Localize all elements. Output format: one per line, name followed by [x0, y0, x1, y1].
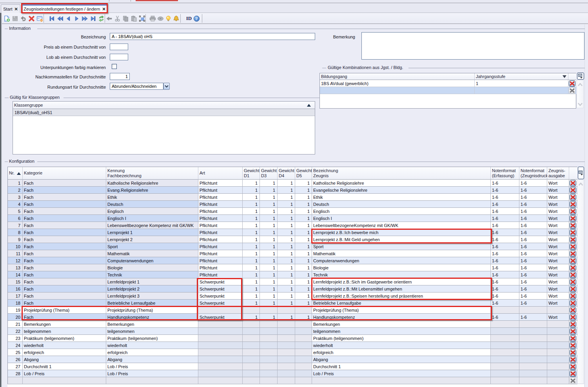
konfiguration-cell-d5[interactable]: 1 — [295, 215, 312, 222]
input-preis-ab[interactable] — [110, 44, 128, 50]
konfiguration-cell-d1[interactable]: 1 — [243, 194, 260, 201]
delete-row-button[interactable] — [570, 363, 576, 370]
konfiguration-cell-art[interactable]: Pflichtunt — [198, 243, 243, 250]
konfiguration-cell-d1[interactable] — [243, 342, 260, 349]
konfiguration-cell-d5[interactable]: 1 — [295, 222, 312, 229]
konfiguration-cell-d4[interactable]: 1 — [278, 194, 295, 201]
konfiguration-cell-bez[interactable]: Praktikum (teilgenommen) — [312, 335, 491, 342]
konfiguration-cell-nfe[interactable]: 1-6 — [491, 187, 519, 194]
konfiguration-cell-nfz[interactable]: 1-6 — [519, 187, 547, 194]
refresh-button[interactable] — [98, 15, 105, 22]
konfiguration-cell-nfz[interactable]: 1-6 — [519, 236, 547, 243]
konfiguration-cell-d1[interactable]: 1 — [243, 264, 260, 271]
konfiguration-cell-kategorie[interactable]: Lob / Preis — [23, 370, 106, 377]
konfiguration-cell-nfe[interactable]: 1-6 — [491, 278, 519, 285]
konfiguration-cell-d5[interactable]: 1 — [295, 285, 312, 293]
konfiguration-header-d4[interactable]: GewichtD4 — [278, 167, 295, 180]
konfiguration-cell-nr[interactable]: 7 — [8, 222, 23, 229]
konfiguration-cell-nfe[interactable]: 1-6 — [491, 314, 519, 321]
konfiguration-cell-kennung[interactable]: Handlungskompetenz — [106, 314, 198, 321]
delete-row-button[interactable] — [570, 349, 576, 356]
new-record-button[interactable] — [3, 15, 10, 22]
konfiguration-cell-out[interactable]: Wort — [547, 194, 569, 201]
konfiguration-cell-art[interactable] — [198, 335, 243, 342]
konfiguration-cell-bez[interactable]: erfolgreich — [312, 349, 491, 356]
konfiguration-cell-out[interactable]: Wort — [547, 180, 569, 187]
konfiguration-cell-out[interactable]: Wort — [547, 293, 569, 300]
konfiguration-cell-kategorie[interactable]: Fach — [23, 271, 106, 278]
konfiguration-cell-d5[interactable]: 1 — [295, 314, 312, 321]
konfiguration-cell-d1[interactable]: 1 — [243, 180, 260, 187]
konfiguration-cell-d4[interactable]: 1 — [278, 250, 295, 257]
konfiguration-cell-kennung[interactable]: Praktikum (teilgenommen) — [106, 335, 198, 342]
konfiguration-cell-d3[interactable]: 1 — [260, 187, 278, 194]
konfiguration-cell-kategorie[interactable]: Fach — [23, 194, 106, 201]
konfiguration-cell-kennung[interactable]: erfolgreich — [106, 349, 198, 356]
konfiguration-cell-out[interactable]: Wort — [547, 208, 569, 215]
konfiguration-cell-kategorie[interactable]: Fach — [23, 243, 106, 250]
konfiguration-cell-d4[interactable]: 1 — [278, 264, 295, 271]
konfiguration-cell-d3[interactable]: 1 — [260, 243, 278, 250]
konfiguration-cell-bez[interactable]: Projektprüfung (Thema) — [312, 307, 491, 314]
kombination-bildungsgang-cell[interactable] — [320, 87, 475, 94]
konfiguration-cell-d1[interactable]: 1 — [243, 215, 260, 222]
konfiguration-cell-d3[interactable]: 1 — [260, 271, 278, 278]
notification-bell-button[interactable] — [172, 15, 180, 22]
konfiguration-cell-d5[interactable]: 1 — [295, 236, 312, 243]
konfiguration-cell-kennung[interactable]: Technik — [106, 271, 198, 278]
konfiguration-cell-bez[interactable]: Mathematik — [312, 250, 491, 257]
konfiguration-cell-art[interactable] — [198, 342, 243, 349]
konfiguration-cell-d4[interactable]: 1 — [278, 215, 295, 222]
konfiguration-empty-cell-bez[interactable] — [312, 377, 491, 384]
konfiguration-cell-nfz[interactable] — [519, 335, 547, 342]
konfiguration-cell-d3[interactable]: 1 — [260, 208, 278, 215]
konfiguration-cell-nfz[interactable] — [519, 370, 547, 377]
konfiguration-cell-bez[interactable]: LebensweltbezogeneKompetenz mit GK/WK — [312, 222, 491, 229]
tab-zeugniseinstellungen[interactable]: Zeugniseinstellungen festlegen / ändern✕ — [22, 4, 107, 13]
konfiguration-cell-nfe[interactable]: 1-6 — [491, 236, 519, 243]
rundungsart-dropdown-button[interactable] — [163, 83, 170, 90]
konfiguration-cell-kennung[interactable]: Lernfeldprojekt 2 — [106, 285, 198, 293]
konfiguration-cell-bez[interactable]: Betriebliche Lernaufgabe — [312, 300, 491, 307]
konfiguration-cell-kategorie[interactable]: teilgenommen — [23, 328, 106, 335]
konfiguration-empty-cell-d5[interactable] — [295, 377, 312, 384]
konfiguration-cell-bez[interactable]: Technik — [312, 271, 491, 278]
konfiguration-cell-d1[interactable]: 1 — [243, 257, 260, 264]
konfiguration-cell-nfe[interactable]: 1-6 — [491, 293, 519, 300]
select-rundungsart[interactable]: Abrunden/Abschneiden — [110, 83, 163, 90]
konfiguration-cell-art[interactable] — [198, 321, 243, 328]
delete-row-button[interactable] — [570, 293, 576, 299]
konfiguration-cell-art[interactable]: Pflichtunt — [198, 264, 243, 271]
konfiguration-cell-nfe[interactable]: 1-6 — [491, 208, 519, 215]
delete-row-button[interactable] — [570, 222, 576, 229]
konfiguration-cell-nfe[interactable]: 1-6 — [491, 194, 519, 201]
konfiguration-cell-out[interactable]: Wort — [547, 278, 569, 285]
konfiguration-cell-kategorie[interactable]: Fach — [23, 293, 106, 300]
konfiguration-cell-bez[interactable]: Bemerkungen — [312, 321, 491, 328]
konfiguration-empty-cell-art[interactable] — [198, 377, 243, 384]
konfiguration-cell-bez[interactable]: Lernfeldprojekt z.B.:Sich im Gastgewerbe… — [312, 278, 491, 285]
konfiguration-cell-kennung[interactable]: Englisch — [106, 208, 198, 215]
konfiguration-cell-nfe[interactable] — [491, 307, 519, 314]
konfiguration-cell-d1[interactable]: 1 — [243, 229, 260, 236]
konfiguration-cell-nfe[interactable] — [491, 342, 519, 349]
konfiguration-cell-out[interactable]: Wort — [547, 215, 569, 222]
konfiguration-cell-d3[interactable]: 1 — [260, 293, 278, 300]
konfiguration-cell-art[interactable]: Pflichtunt — [198, 201, 243, 208]
kombinationen-column-chooser-button[interactable] — [577, 73, 584, 80]
konfiguration-header-kennung[interactable]: KennungFachbezeichnung — [106, 167, 198, 180]
konfiguration-cell-out[interactable]: Wort — [547, 285, 569, 293]
konfiguration-empty-cell-kennung[interactable] — [106, 377, 198, 384]
konfiguration-cell-d4[interactable] — [278, 307, 295, 314]
next-record-button[interactable] — [73, 15, 80, 22]
konfiguration-cell-d5[interactable]: 1 — [295, 201, 312, 208]
delete-row-button[interactable] — [570, 251, 576, 257]
konfiguration-cell-d4[interactable] — [278, 328, 295, 335]
konfiguration-cell-kategorie[interactable]: Fach — [23, 187, 106, 194]
konfiguration-cell-d1[interactable] — [243, 328, 260, 335]
konfiguration-header-art[interactable]: Art — [198, 167, 243, 180]
konfiguration-cell-d3[interactable]: 1 — [260, 194, 278, 201]
konfiguration-cell-out[interactable] — [547, 370, 569, 377]
konfiguration-cell-out[interactable] — [547, 335, 569, 342]
konfiguration-cell-d3[interactable]: 1 — [260, 300, 278, 307]
